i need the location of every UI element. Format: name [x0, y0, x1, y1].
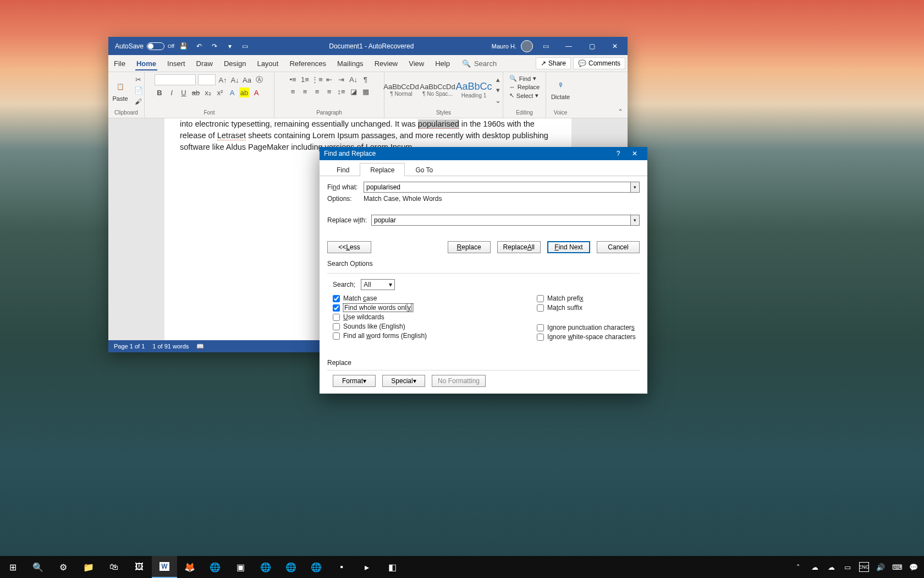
page-indicator[interactable]: Page 1 of 1: [114, 343, 145, 350]
spellcheck-icon[interactable]: 📖: [196, 343, 204, 350]
store-button[interactable]: 🛍: [101, 556, 127, 578]
word-button[interactable]: W: [152, 556, 177, 578]
tab-view[interactable]: View: [403, 55, 430, 72]
shading-icon[interactable]: ◪: [349, 86, 359, 96]
whole-words-checkbox[interactable]: Find whole words only: [333, 304, 427, 312]
tab-design[interactable]: Design: [218, 55, 251, 72]
chrome-button[interactable]: 🌐: [202, 556, 228, 578]
touch-mode-icon[interactable]: ▭: [239, 40, 251, 52]
collapse-ribbon-icon[interactable]: ⌃: [618, 108, 623, 116]
numbering-icon[interactable]: 1≡: [300, 74, 310, 84]
maximize-icon[interactable]: ▢: [581, 37, 602, 55]
justify-icon[interactable]: ≡: [324, 86, 334, 96]
change-case-icon[interactable]: Aa: [242, 75, 252, 85]
close-icon[interactable]: ✕: [626, 147, 643, 160]
tab-help[interactable]: Help: [430, 55, 455, 72]
search-direction-select[interactable]: All ▾: [361, 279, 395, 290]
clear-formatting-icon[interactable]: Ⓐ: [254, 75, 264, 85]
replace-all-button[interactable]: Replace All: [497, 241, 541, 253]
special-button[interactable]: Special ▾: [382, 375, 425, 387]
tab-layout[interactable]: Layout: [251, 55, 284, 72]
borders-icon[interactable]: ▦: [361, 86, 371, 96]
save-icon[interactable]: 💾: [178, 40, 190, 52]
powershell-button[interactable]: ▸: [354, 556, 380, 578]
font-size-input[interactable]: [198, 74, 216, 85]
find-what-input[interactable]: [364, 182, 631, 193]
style-normal[interactable]: AaBbCcDd ¶ Normal: [384, 76, 419, 103]
dialog-titlebar[interactable]: Find and Replace ? ✕: [320, 147, 647, 160]
tab-insert[interactable]: Insert: [162, 55, 191, 72]
edge-dev-button[interactable]: 🌐: [304, 556, 329, 578]
ignore-whitespace-checkbox[interactable]: Ignore white-space characters: [537, 333, 636, 341]
show-marks-icon[interactable]: ¶: [361, 74, 371, 84]
firefox-button[interactable]: 🦊: [177, 556, 202, 578]
weather-icon[interactable]: ☁: [826, 562, 836, 572]
explorer-button[interactable]: 📁: [76, 556, 101, 578]
select-button[interactable]: ↖Select▾: [509, 91, 539, 100]
terminal-button[interactable]: ▣: [228, 556, 253, 578]
bullets-icon[interactable]: •≡: [288, 74, 298, 84]
onedrive-icon[interactable]: ☁: [810, 562, 820, 572]
start-button[interactable]: ⊞: [0, 556, 25, 578]
word-count[interactable]: 1 of 91 words: [152, 343, 189, 350]
text-effects-icon[interactable]: A: [227, 88, 237, 97]
cancel-button[interactable]: Cancel: [597, 241, 640, 253]
decrease-font-icon[interactable]: A↓: [230, 75, 240, 85]
tab-file[interactable]: File: [108, 55, 131, 72]
font-color-icon[interactable]: A: [251, 88, 261, 97]
find-next-button[interactable]: Find Next: [547, 241, 590, 253]
match-case-checkbox[interactable]: Match case: [333, 295, 427, 302]
align-left-icon[interactable]: ≡: [288, 86, 298, 96]
ignore-punctuation-checkbox[interactable]: Ignore punctuation characters: [537, 324, 636, 331]
align-right-icon[interactable]: ≡: [312, 86, 322, 96]
tab-mailings[interactable]: Mailings: [332, 55, 369, 72]
format-painter-icon[interactable]: 🖌: [134, 96, 144, 106]
increase-indent-icon[interactable]: ⇥: [337, 74, 346, 84]
font-name-input[interactable]: [155, 74, 196, 85]
tab-review[interactable]: Review: [369, 55, 404, 72]
ribbon-display-icon[interactable]: ▭: [535, 37, 556, 55]
edge-button[interactable]: 🌐: [253, 556, 278, 578]
chevron-down-icon[interactable]: ▾: [631, 182, 640, 193]
less-button[interactable]: << Less: [327, 241, 371, 253]
dialog-tab-goto[interactable]: Go To: [405, 163, 443, 176]
toggle-pill-icon[interactable]: [147, 42, 164, 50]
action-center-icon[interactable]: 💬: [909, 562, 919, 572]
volume-icon[interactable]: 🔊: [876, 562, 886, 572]
keyboard-icon[interactable]: ⌨: [892, 562, 902, 572]
bold-icon[interactable]: B: [155, 88, 164, 97]
subscript-icon[interactable]: x₂: [203, 88, 213, 97]
photos-button[interactable]: 🖼: [127, 556, 152, 578]
no-formatting-button[interactable]: No Formatting: [432, 375, 486, 387]
user-name[interactable]: Mauro H.: [492, 43, 516, 50]
network-icon[interactable]: ▭: [843, 562, 853, 572]
line-spacing-icon[interactable]: ↕≡: [337, 86, 346, 96]
dialog-tab-find[interactable]: Find: [326, 163, 360, 176]
sounds-like-checkbox[interactable]: Sounds like (English): [333, 323, 427, 330]
tab-draw[interactable]: Draw: [191, 55, 218, 72]
qat-more-icon[interactable]: ▾: [224, 40, 236, 52]
word-forms-checkbox[interactable]: Find all word forms (English): [333, 332, 427, 340]
tab-references[interactable]: References: [284, 55, 331, 72]
replace-button[interactable]: Replace: [448, 241, 491, 253]
increase-font-icon[interactable]: A↑: [218, 75, 228, 85]
autosave-toggle[interactable]: AutoSave Off: [115, 42, 174, 50]
styles-down-icon[interactable]: ▾: [493, 85, 503, 95]
wildcards-checkbox[interactable]: Use wildcards: [333, 313, 427, 321]
paste-button[interactable]: 📋 Paste: [109, 76, 131, 105]
style-heading1[interactable]: AaBbCc Heading 1: [457, 76, 491, 103]
underline-icon[interactable]: U: [179, 88, 189, 97]
match-prefix-checkbox[interactable]: Match prefix: [537, 295, 636, 302]
italic-icon[interactable]: I: [167, 88, 177, 97]
settings-button[interactable]: ⚙: [51, 556, 76, 578]
share-button[interactable]: ↗ Share: [536, 57, 571, 69]
strikethrough-icon[interactable]: ab: [191, 88, 201, 97]
styles-up-icon[interactable]: ▴: [493, 74, 503, 84]
comments-button[interactable]: 💬 Comments: [573, 57, 625, 69]
format-button[interactable]: Format ▾: [333, 375, 376, 387]
find-button[interactable]: 🔍Find▾: [509, 74, 536, 83]
language-icon[interactable]: ENG: [859, 562, 869, 572]
decrease-indent-icon[interactable]: ⇤: [324, 74, 334, 84]
avatar[interactable]: [521, 40, 533, 52]
chevron-down-icon[interactable]: ▾: [631, 215, 640, 226]
